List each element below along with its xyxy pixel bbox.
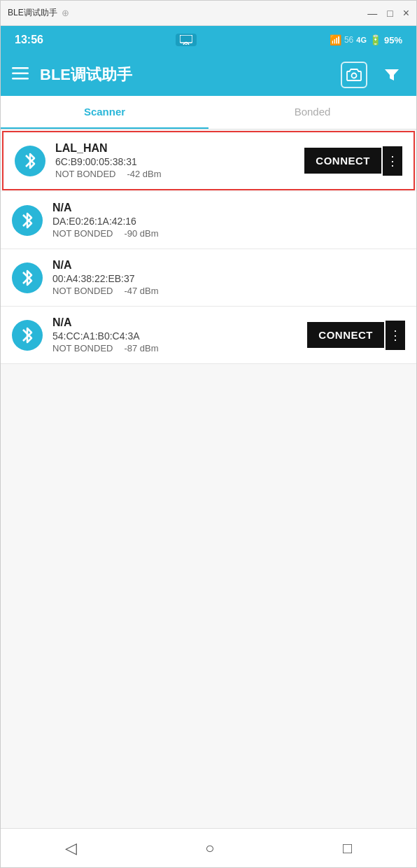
- window-title: BLE调试助手: [8, 7, 57, 19]
- device-info-1: LAL_HAN 6C:B9:00:05:38:31 NOT BONDED -42…: [55, 142, 295, 179]
- device-meta-4: NOT BONDED -87 dBm: [52, 343, 297, 354]
- status-time: 13:56: [15, 34, 43, 46]
- svg-rect-0: [180, 35, 192, 43]
- title-bar-controls: — □ ×: [367, 7, 409, 20]
- app-title: BLE调试助手: [40, 64, 132, 85]
- bluetooth-icon-2: [12, 205, 43, 236]
- window-settings-icon: ⊕: [62, 8, 69, 18]
- svg-point-5: [352, 74, 357, 78]
- status-icons: 📶 56 4G 🔋 95%: [330, 34, 402, 46]
- signal-bars: 56: [344, 35, 353, 45]
- connect-area-4: CONNECT ⋮: [307, 321, 405, 350]
- device-name-1: LAL_HAN: [55, 142, 295, 155]
- svg-rect-2: [12, 67, 29, 69]
- home-button[interactable]: ○: [188, 832, 231, 864]
- bluetooth-icon-3: [12, 262, 43, 293]
- menu-button[interactable]: [12, 66, 29, 84]
- connect-button-1[interactable]: CONNECT: [304, 148, 381, 174]
- device-bond-2: NOT BONDED: [52, 228, 113, 239]
- device-bond-4: NOT BONDED: [52, 343, 113, 354]
- svg-rect-3: [12, 73, 29, 75]
- bottom-nav: ◁ ○ □: [1, 828, 416, 867]
- device-meta-3: NOT BONDED -47 dBm: [52, 286, 405, 296]
- app-bar-left: BLE调试助手: [12, 64, 132, 85]
- tab-scanner[interactable]: Scanner: [1, 96, 208, 129]
- device-rssi-3: -47 dBm: [124, 286, 158, 296]
- minimize-button[interactable]: —: [367, 8, 377, 19]
- device-name-4: N/A: [52, 316, 297, 329]
- device-rssi-2: -90 dBm: [124, 228, 158, 239]
- svg-rect-4: [12, 78, 29, 80]
- device-rssi-4: -87 dBm: [124, 343, 158, 354]
- cast-icon: [176, 34, 197, 46]
- wifi-icon: 📶: [330, 34, 341, 46]
- device-list: LAL_HAN 6C:B9:00:05:38:31 NOT BONDED -42…: [1, 130, 416, 828]
- device-item-1[interactable]: LAL_HAN 6C:B9:00:05:38:31 NOT BONDED -42…: [2, 131, 415, 190]
- device-bond-1: NOT BONDED: [55, 169, 115, 179]
- device-bond-3: NOT BONDED: [52, 286, 113, 296]
- device-name-2: N/A: [52, 202, 405, 214]
- restore-button[interactable]: □: [387, 8, 393, 19]
- app-bar-right: [341, 62, 405, 88]
- device-meta-2: NOT BONDED -90 dBm: [52, 228, 405, 239]
- bluetooth-icon-1: [15, 146, 45, 176]
- svg-point-1: [185, 44, 188, 46]
- device-name-3: N/A: [52, 259, 405, 272]
- device-meta-1: NOT BONDED -42 dBm: [55, 169, 295, 179]
- camera-button[interactable]: [341, 62, 367, 88]
- device-info-3: N/A 00:A4:38:22:EB:37 NOT BONDED -47 dBm: [52, 259, 405, 296]
- battery-icon: 🔋: [369, 34, 381, 46]
- device-info-2: N/A DA:E0:26:1A:42:16 NOT BONDED -90 dBm: [52, 202, 405, 239]
- recents-button[interactable]: □: [326, 832, 369, 864]
- device-mac-4: 54:CC:A1:B0:C4:3A: [52, 330, 297, 342]
- device-item-4[interactable]: N/A 54:CC:A1:B0:C4:3A NOT BONDED -87 dBm…: [1, 307, 416, 364]
- title-bar: BLE调试助手 ⊕ — □ ×: [1, 1, 416, 26]
- connect-area-1: CONNECT ⋮: [304, 146, 402, 176]
- device-info-4: N/A 54:CC:A1:B0:C4:3A NOT BONDED -87 dBm: [52, 316, 297, 354]
- device-mac-1: 6C:B9:00:05:38:31: [55, 156, 295, 167]
- app-bar: BLE调试助手: [1, 54, 416, 96]
- status-bar: 13:56 📶 56 4G 🔋 95%: [1, 26, 416, 54]
- device-mac-2: DA:E0:26:1A:42:16: [52, 216, 405, 227]
- close-button[interactable]: ×: [403, 7, 409, 20]
- lte-icon: 4G: [356, 36, 367, 44]
- connect-button-4[interactable]: CONNECT: [307, 322, 384, 348]
- more-button-1[interactable]: ⋮: [383, 146, 402, 176]
- back-button[interactable]: ◁: [48, 832, 94, 864]
- device-mac-3: 00:A4:38:22:EB:37: [52, 273, 405, 284]
- more-button-4[interactable]: ⋮: [386, 321, 405, 350]
- battery-level: 95%: [384, 35, 402, 46]
- svg-marker-6: [385, 69, 399, 80]
- tab-bonded[interactable]: Bonded: [208, 96, 416, 129]
- filter-button[interactable]: [379, 62, 405, 88]
- tabs: Scanner Bonded: [1, 96, 416, 130]
- window: BLE调试助手 ⊕ — □ × 13:56 📶 56 4G 🔋 95%: [0, 0, 417, 868]
- device-rssi-1: -42 dBm: [127, 169, 161, 179]
- bluetooth-icon-4: [12, 320, 43, 351]
- title-bar-left: BLE调试助手 ⊕: [8, 7, 69, 19]
- device-item-3[interactable]: N/A 00:A4:38:22:EB:37 NOT BONDED -47 dBm: [1, 249, 416, 307]
- device-item-2[interactable]: N/A DA:E0:26:1A:42:16 NOT BONDED -90 dBm: [1, 192, 416, 249]
